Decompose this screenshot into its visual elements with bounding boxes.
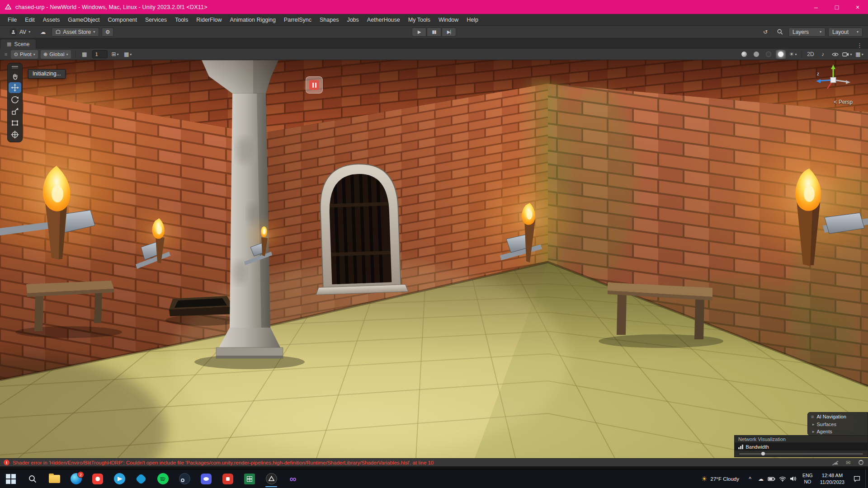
- file-explorer-button[interactable]: [43, 469, 65, 488]
- weather-widget[interactable]: ☀ 27°F Cloudy: [696, 475, 745, 483]
- pivot-dropdown[interactable]: ⊙ Pivot ▾: [11, 50, 38, 59]
- scene-light-toggle[interactable]: [776, 50, 786, 59]
- scene-viewport[interactable]: Initializing... z < Persp ≡ AI Navigatio…: [0, 60, 868, 458]
- menu-aetherhouse[interactable]: AetherHouse: [363, 14, 404, 26]
- menu-shapes[interactable]: Shapes: [316, 14, 343, 26]
- taskbar-search-button[interactable]: [22, 469, 43, 488]
- menu-services[interactable]: Services: [141, 14, 171, 26]
- perspective-label[interactable]: < Persp: [834, 99, 853, 105]
- ai-nav-surfaces-item[interactable]: ▸ Surfaces: [808, 421, 868, 428]
- search-button[interactable]: [774, 28, 786, 37]
- grid-snap-dropdown[interactable]: ⊞▾: [110, 50, 120, 59]
- ai-nav-agents-item[interactable]: ▸ Agents: [808, 428, 868, 435]
- stone-trough[interactable]: [165, 296, 240, 326]
- tools-overlay: [7, 63, 23, 142]
- menu-assets[interactable]: Assets: [39, 14, 64, 26]
- gizmos-dropdown[interactable]: ▦▾: [854, 50, 864, 59]
- menu-riderflow[interactable]: RiderFlow: [192, 14, 226, 26]
- audio-toggle[interactable]: ♪: [818, 50, 828, 59]
- steam-button[interactable]: [174, 469, 195, 488]
- minimize-button[interactable]: –: [806, 0, 826, 14]
- pinned-app-button[interactable]: [217, 469, 239, 488]
- maximize-button[interactable]: □: [826, 0, 847, 14]
- menu-gameobject[interactable]: GameObject: [64, 14, 104, 26]
- asset-store-icon: [56, 29, 61, 34]
- menu-parrelsync[interactable]: ParrelSync: [280, 14, 316, 26]
- grid-visibility-toggle[interactable]: ▦: [80, 50, 90, 59]
- menu-file[interactable]: File: [4, 14, 21, 26]
- visual-studio-button[interactable]: ∞: [282, 469, 304, 488]
- overlay-drag-handle[interactable]: [12, 65, 18, 70]
- spotify-button[interactable]: [152, 469, 174, 488]
- orientation-gizmo[interactable]: [808, 63, 858, 98]
- layout-dropdown[interactable]: Layout ▾: [828, 28, 863, 37]
- transform-tool-button[interactable]: [9, 129, 21, 140]
- shading-mode-toggle[interactable]: [739, 50, 749, 59]
- message-icon[interactable]: ✉: [844, 460, 852, 466]
- status-bar[interactable]: ! Shader error in 'Hidden/Enviro/BlitTro…: [0, 458, 868, 466]
- bandwidth-item[interactable]: Bandwidth: [735, 443, 868, 450]
- bandwidth-slider[interactable]: [735, 450, 868, 457]
- view-tool-button[interactable]: [9, 70, 21, 81]
- edge-browser-button[interactable]: 2: [65, 469, 87, 488]
- battery-icon[interactable]: [766, 476, 777, 482]
- rotate-tool-button[interactable]: [9, 94, 21, 105]
- menu-my-tools[interactable]: My Tools: [404, 14, 434, 26]
- effects-dropdown[interactable]: ☀▾: [788, 50, 798, 59]
- rotate-icon: [10, 95, 19, 104]
- undo-history-button[interactable]: ↺: [760, 28, 771, 37]
- grid-size-input[interactable]: 1: [92, 50, 108, 58]
- clock[interactable]: 12:48 AM 11/20/2023: [816, 472, 848, 485]
- scale-tool-button[interactable]: [9, 106, 21, 117]
- hidden-icons-chevron[interactable]: ^: [745, 476, 755, 482]
- tab-scene[interactable]: ▦ Scene: [0, 39, 36, 49]
- snap-increment-dropdown[interactable]: ▦▾: [123, 50, 133, 59]
- lighting-toggle[interactable]: [751, 50, 761, 59]
- menu-animation-rigging[interactable]: Animation Rigging: [226, 14, 279, 26]
- close-button[interactable]: ×: [847, 0, 868, 14]
- visibility-toggle[interactable]: [830, 50, 840, 59]
- shader-error-message[interactable]: Shader error in 'Hidden/Enviro/BlitTroug…: [13, 460, 434, 465]
- volume-icon[interactable]: [788, 476, 799, 482]
- background-activity-icon[interactable]: [857, 460, 864, 465]
- cloud-button[interactable]: ☁: [37, 28, 49, 37]
- language-indicator[interactable]: ENG NO: [799, 473, 816, 484]
- handle-orientation-dropdown[interactable]: ⊕ Global ▾: [41, 50, 71, 59]
- menu-tools[interactable]: Tools: [171, 14, 192, 26]
- preferences-button[interactable]: ⚙: [102, 28, 113, 37]
- asset-store-button[interactable]: Asset Store ▾: [52, 28, 99, 37]
- layers-dropdown[interactable]: Layers ▾: [788, 28, 826, 37]
- vivaldi-button[interactable]: [87, 469, 108, 488]
- 2d-toggle[interactable]: 2D: [806, 50, 816, 59]
- chevron-down-icon: ▾: [820, 30, 821, 34]
- tab-menu-button[interactable]: ⋮: [851, 42, 868, 49]
- camera-settings-dropdown[interactable]: ▾: [842, 50, 852, 59]
- show-desktop-button[interactable]: [865, 469, 868, 488]
- pause-button[interactable]: ▮▮: [427, 28, 441, 37]
- menu-component[interactable]: Component: [104, 14, 141, 26]
- vscode-button[interactable]: [130, 469, 152, 488]
- unity-app-button[interactable]: [260, 469, 282, 488]
- drag-handle-icon[interactable]: ≡: [811, 414, 814, 419]
- menu-jobs[interactable]: Jobs: [343, 14, 363, 26]
- menu-edit[interactable]: Edit: [21, 14, 39, 26]
- snap-icon: ⊞: [112, 51, 116, 57]
- play-button[interactable]: ▶: [412, 28, 426, 37]
- action-center-button[interactable]: [848, 469, 865, 488]
- spreadsheet-button[interactable]: [239, 469, 260, 488]
- step-button[interactable]: ▶|: [442, 28, 456, 37]
- start-button[interactable]: [0, 469, 22, 488]
- telegram-button[interactable]: [108, 469, 130, 488]
- audio-gizmo-icon[interactable]: [306, 76, 323, 94]
- wifi-icon[interactable]: [777, 476, 788, 482]
- cloud-offline-icon[interactable]: ☁: [832, 460, 839, 466]
- menu-window[interactable]: Window: [434, 14, 462, 26]
- move-tool-button[interactable]: [9, 82, 21, 93]
- discord-button[interactable]: [195, 469, 217, 488]
- shadows-toggle[interactable]: [764, 50, 774, 59]
- account-dropdown[interactable]: AV ▾: [5, 28, 34, 37]
- rect-tool-button[interactable]: [9, 117, 21, 128]
- overlay-grip-icon[interactable]: ≡: [4, 52, 8, 57]
- menu-help[interactable]: Help: [462, 14, 482, 26]
- onedrive-cloud-icon[interactable]: ☁: [755, 476, 766, 482]
